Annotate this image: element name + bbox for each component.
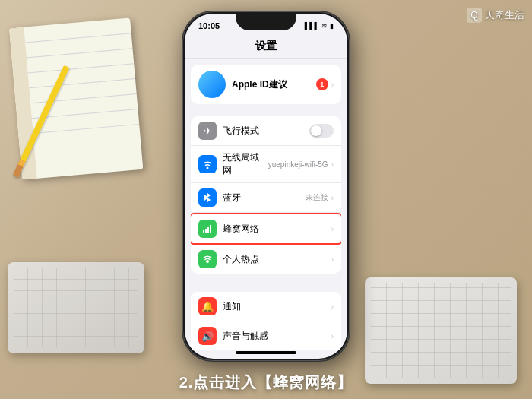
section-connectivity: ✈ 飞行模式 无线局域网 yuepinkeji-wifi-5G bbox=[191, 116, 341, 274]
wifi-row-icon bbox=[198, 155, 217, 173]
apple-id-row[interactable]: Apple ID建议 1 › bbox=[191, 65, 341, 104]
hotspot-chevron: › bbox=[331, 255, 334, 264]
bluetooth-chevron: › bbox=[331, 194, 334, 202]
separator-1 bbox=[185, 104, 347, 110]
battery-icon: ▮ bbox=[330, 22, 334, 30]
phone-wrapper: 10:05 ▌▌▌ ≋ ▮ 设置 Apple bbox=[182, 11, 350, 361]
bluetooth-label: 蓝牙 bbox=[223, 192, 306, 204]
svg-rect-1 bbox=[205, 229, 207, 233]
status-time: 10:05 bbox=[198, 21, 220, 30]
cellular-label: 蜂窝网络 bbox=[223, 223, 331, 236]
notifications-label: 通知 bbox=[223, 300, 331, 313]
watermark-text: 天奇生活 bbox=[485, 8, 524, 22]
home-indicator bbox=[236, 351, 296, 354]
nav-title: 设置 bbox=[255, 40, 277, 52]
row-notifications[interactable]: 🔔 通知 › bbox=[191, 292, 341, 321]
row-cellular[interactable]: 蜂窝网络 › bbox=[191, 213, 341, 245]
notifications-icon: 🔔 bbox=[198, 297, 217, 315]
settings-content[interactable]: Apple ID建议 1 › ✈ 飞行模式 bbox=[185, 59, 347, 350]
apple-id-badge: 1 bbox=[316, 78, 328, 90]
svg-point-4 bbox=[206, 260, 209, 263]
caption: 2.点击进入【蜂窝网络】 bbox=[0, 372, 532, 393]
sound-icon: 🔊 bbox=[198, 327, 217, 345]
row-bluetooth[interactable]: 蓝牙 未连接 › bbox=[191, 183, 341, 213]
phone-device: 10:05 ▌▌▌ ≋ ▮ 设置 Apple bbox=[182, 11, 350, 361]
wifi-label: 无线局域网 bbox=[223, 151, 268, 177]
cellular-icon bbox=[198, 220, 217, 238]
wifi-icon: ≋ bbox=[321, 22, 328, 30]
apple-id-title: Apple ID建议 bbox=[232, 78, 316, 91]
sound-label: 声音与触感 bbox=[223, 330, 331, 343]
cellular-chevron: › bbox=[331, 225, 334, 233]
keyboard-left-decoration bbox=[8, 262, 144, 353]
keyboard-right-decoration bbox=[365, 277, 517, 384]
notebook-decoration bbox=[9, 17, 144, 179]
row-airplane[interactable]: ✈ 飞行模式 bbox=[191, 116, 341, 146]
airplane-toggle[interactable] bbox=[309, 124, 334, 138]
hotspot-label: 个人热点 bbox=[223, 253, 331, 266]
status-icons: ▌▌▌ ≋ ▮ bbox=[305, 22, 334, 30]
phone-screen: 10:05 ▌▌▌ ≋ ▮ 设置 Apple bbox=[185, 14, 347, 359]
hotspot-icon bbox=[198, 250, 217, 268]
apple-id-info: Apple ID建议 bbox=[232, 78, 316, 91]
wifi-chevron: › bbox=[331, 160, 334, 169]
wifi-value: yuepinkeji-wifi-5G bbox=[268, 160, 328, 169]
signal-icon: ▌▌▌ bbox=[305, 22, 319, 30]
notifications-chevron: › bbox=[331, 302, 334, 311]
airplane-label: 飞行模式 bbox=[223, 125, 309, 138]
watermark: Q 天奇生活 bbox=[467, 8, 524, 23]
watermark-icon: Q bbox=[467, 8, 482, 23]
sound-chevron: › bbox=[331, 332, 334, 340]
row-wifi[interactable]: 无线局域网 yuepinkeji-wifi-5G › bbox=[191, 146, 341, 183]
svg-rect-3 bbox=[210, 225, 211, 233]
bluetooth-value: 未连接 bbox=[306, 192, 328, 203]
separator-2 bbox=[185, 280, 347, 286]
section-notifications: 🔔 通知 › 🔊 声音与触感 › 🌙 专注模式 › bbox=[191, 292, 341, 350]
phone-notch bbox=[236, 14, 296, 30]
nav-bar: 设置 bbox=[185, 38, 347, 59]
row-hotspot[interactable]: 个人热点 › bbox=[191, 245, 341, 274]
airplane-icon: ✈ bbox=[198, 122, 217, 140]
apple-id-avatar bbox=[198, 71, 226, 98]
svg-rect-2 bbox=[207, 227, 209, 233]
bluetooth-icon bbox=[198, 188, 217, 207]
svg-rect-0 bbox=[203, 230, 204, 233]
row-sound[interactable]: 🔊 声音与触感 › bbox=[191, 321, 341, 350]
apple-id-chevron: › bbox=[331, 81, 334, 89]
